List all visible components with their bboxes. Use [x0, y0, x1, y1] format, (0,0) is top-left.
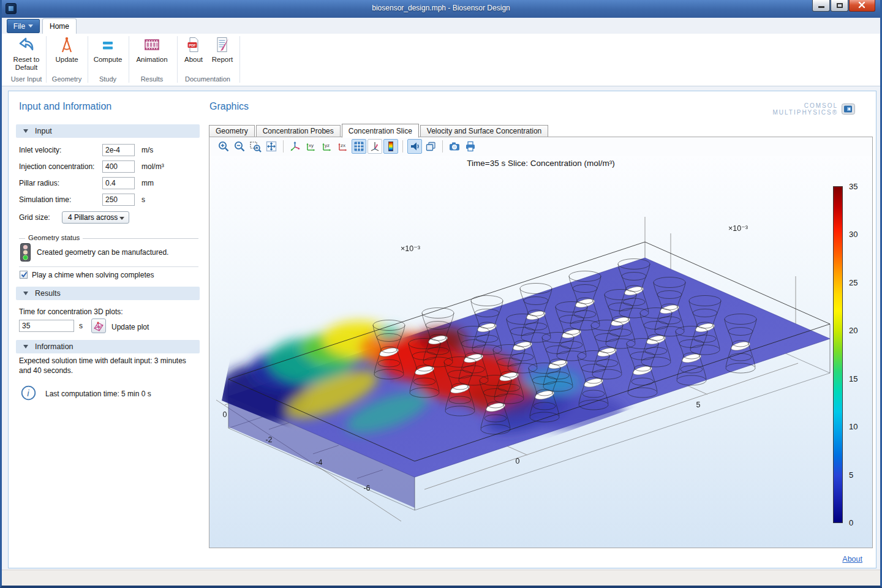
graphics-frame: xy yz zx Time=35 s Slice: Concentration … — [209, 137, 873, 548]
tab-home[interactable]: Home — [42, 18, 77, 34]
injection-concentration-unit: mol/m³ — [141, 162, 164, 171]
comsol-logo-icon — [842, 104, 855, 115]
zoom-extents-button[interactable] — [264, 139, 279, 154]
last-computation-text: Last computation time: 5 min 0 s — [45, 388, 151, 400]
reset-to-default-button[interactable]: Reset to Default — [8, 36, 45, 72]
logo-line1: COMSOL — [772, 102, 838, 109]
print-button[interactable] — [463, 139, 478, 154]
plot-time-unit: s — [79, 322, 83, 330]
default-3d-view-button[interactable] — [288, 139, 303, 154]
section-header-input[interactable]: Input — [16, 124, 200, 138]
tab-geometry[interactable]: Geometry — [209, 125, 255, 137]
minimize-button[interactable] — [812, 0, 830, 12]
svg-text:PDF: PDF — [189, 43, 196, 47]
compute-button[interactable]: Compute — [90, 36, 126, 64]
view-yz-button[interactable]: yz — [320, 139, 334, 154]
view-xy-icon: xy — [305, 140, 317, 153]
zoom-extents-icon — [265, 140, 277, 153]
graphics-toolbar: xy yz zx — [209, 137, 872, 156]
plot-time-label: Time for concentration 3D plots: — [19, 306, 123, 318]
colorbar-toggle-button[interactable] — [383, 139, 398, 154]
colorbar-tick: 20 — [849, 326, 858, 335]
close-button[interactable] — [849, 0, 875, 12]
plot-area[interactable]: Time=35 s Slice: Concentration (mol/m³) — [209, 156, 872, 548]
simulation-time-label: Simulation time: — [19, 194, 71, 206]
file-menu-button[interactable]: File — [7, 19, 40, 33]
about-link[interactable]: About — [842, 555, 862, 564]
simulation-time-input[interactable] — [102, 194, 135, 206]
zoom-box-button[interactable] — [248, 139, 263, 154]
scale-label-right: ×10⁻³ — [728, 224, 748, 233]
chevron-down-icon — [119, 217, 124, 220]
copy-image-button[interactable] — [423, 139, 438, 154]
update-plot-button[interactable] — [91, 318, 106, 333]
maximize-button[interactable] — [831, 0, 848, 12]
comsol-logo: COMSOL MULTIPHYSICS® — [772, 102, 855, 116]
zoom-out-icon — [233, 140, 246, 153]
pillar-radius-unit: mm — [141, 179, 154, 187]
injection-concentration-label: Injection concentration: — [19, 160, 94, 173]
ribbon-tab-row: File Home — [2, 18, 880, 34]
film-icon — [143, 36, 161, 54]
pdf-icon: PDF — [184, 36, 203, 54]
equals-icon — [99, 36, 117, 54]
graphics-title: Graphics — [209, 101, 249, 112]
inlet-velocity-label: Inlet velocity: — [19, 144, 61, 156]
plot-mesh-icon — [93, 320, 104, 331]
view-zx-button[interactable]: zx — [336, 139, 350, 154]
collapse-triangle-icon — [23, 129, 28, 133]
colorbar — [833, 186, 843, 523]
tab-concentration-slice[interactable]: Concentration Slice — [342, 124, 419, 138]
pillar-radius-input[interactable] — [102, 177, 135, 189]
zoom-in-button[interactable] — [216, 139, 231, 154]
ribbon: Reset to Default Update Compute — [2, 34, 880, 86]
animation-button[interactable]: Animation — [132, 36, 172, 64]
section-header-information[interactable]: Information — [16, 340, 200, 353]
default-3d-view-icon — [289, 140, 301, 153]
copy-image-icon — [424, 140, 437, 153]
main-card: Input and Information Input Inlet veloci… — [8, 91, 876, 568]
about-button[interactable]: PDF About — [181, 36, 206, 64]
chime-checkbox[interactable] — [20, 271, 28, 279]
3d-scene: ×10⁻³ ×10⁻³ 0 -2 -4 -6 0 5 — [209, 156, 872, 548]
plot-time-input[interactable] — [19, 320, 74, 332]
simulation-time-unit: s — [141, 195, 145, 204]
group-label-documentation: Documentation — [178, 75, 237, 83]
axes-toggle-button[interactable] — [368, 139, 382, 154]
view-yz-icon: yz — [321, 140, 333, 153]
update-plot-label[interactable]: Update plot — [111, 321, 149, 333]
report-pen-icon — [213, 36, 232, 54]
update-button[interactable]: Update — [48, 36, 85, 64]
x-tick-1: -2 — [265, 435, 272, 444]
geometry-status-legend: Geometry status — [25, 234, 83, 241]
grid-toggle-button[interactable] — [352, 139, 366, 154]
graphics-tabs: Geometry Concentration Probes Concentrat… — [209, 124, 549, 137]
zoom-in-icon — [217, 140, 230, 153]
sidebar-title: Input and Information — [19, 101, 111, 112]
chevron-down-icon — [28, 24, 33, 28]
colorbar-tick: 10 — [849, 422, 858, 431]
report-button[interactable]: Report — [208, 36, 237, 64]
colorbar-tick: 30 — [849, 230, 858, 239]
logo-line2: MULTIPHYSICS® — [772, 109, 838, 116]
colorbar-tick: 25 — [849, 278, 858, 287]
section-header-results[interactable]: Results — [16, 287, 200, 300]
x-tick-0: 0 — [223, 410, 227, 419]
colorbar-tick: 35 — [849, 182, 858, 191]
tab-concentration-probes[interactable]: Concentration Probes — [256, 125, 341, 137]
snapshot-button[interactable] — [447, 139, 462, 154]
sound-toggle-button[interactable] — [407, 139, 422, 154]
x-tick-3: -6 — [363, 484, 370, 492]
inlet-velocity-input[interactable] — [102, 144, 135, 156]
compass-icon — [58, 36, 76, 54]
injection-concentration-input[interactable] — [102, 160, 135, 173]
grid-icon — [353, 140, 365, 153]
collapse-triangle-icon — [23, 345, 28, 349]
close-icon — [850, 0, 875, 10]
zoom-out-button[interactable] — [232, 139, 247, 154]
tab-velocity-surface-concentration[interactable]: Velocity and Surface Concentration — [420, 125, 548, 137]
grid-size-select[interactable]: 4 Pillars across — [62, 211, 129, 224]
view-xy-button[interactable]: xy — [304, 139, 318, 154]
chime-checkbox-label[interactable]: Play a chime when solving completes — [32, 269, 154, 281]
expected-solution-text: Expected solution time with default inpu… — [19, 356, 198, 375]
